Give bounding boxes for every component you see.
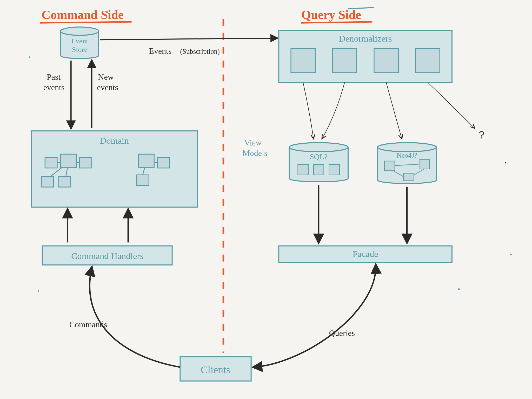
denormalizers-label: Denormalizers: [339, 34, 392, 43]
svg-point-17: [289, 143, 348, 152]
svg-rect-9: [58, 177, 70, 187]
speck: [29, 56, 30, 58]
denorm-item-4: [416, 49, 440, 73]
svg-rect-3: [45, 158, 57, 168]
label-view-1: View: [244, 138, 262, 147]
label-qmark: ?: [479, 129, 484, 141]
svg-rect-12: [138, 154, 154, 167]
svg-rect-14: [137, 175, 149, 185]
event-store-db: Event Store: [61, 27, 99, 58]
event-store-label-1: Event: [71, 37, 88, 45]
label-new-2: events: [97, 83, 118, 92]
facade-label: Facade: [353, 249, 378, 259]
command-handlers-label: Command Handlers: [71, 251, 143, 261]
speck: [505, 162, 506, 163]
svg-rect-18: [298, 164, 308, 175]
svg-point-21: [377, 143, 436, 152]
label-queries: Queries: [329, 328, 355, 338]
label-past-1: Past: [47, 72, 61, 82]
speck: [107, 11, 108, 13]
denormalizers-box: Denormalizers: [279, 30, 452, 82]
svg-rect-19: [314, 164, 324, 175]
svg-rect-23: [419, 159, 429, 169]
event-store-label-2: Store: [72, 45, 87, 54]
svg-rect-4: [61, 154, 76, 167]
sql-db: SQL?: [289, 143, 348, 182]
domain-label: Domain: [100, 136, 129, 145]
denorm-item-3: [374, 49, 398, 73]
clients-label: Clients: [201, 364, 230, 376]
label-events: Events: [149, 46, 171, 56]
neo4j-db: Neo4J?: [377, 143, 436, 183]
svg-rect-8: [42, 177, 54, 187]
domain-box: Domain: [31, 131, 197, 207]
denorm-item-2: [332, 49, 357, 73]
title-query-side: Query Side: [301, 8, 361, 22]
label-past-2: events: [43, 83, 65, 92]
label-subscription: (Subscription): [180, 48, 220, 55]
svg-point-0: [61, 27, 99, 35]
speck: [510, 254, 512, 256]
label-commands: Commands: [69, 320, 107, 329]
speck: [38, 290, 39, 291]
label-view-2: Models: [242, 148, 267, 158]
svg-rect-24: [403, 173, 414, 181]
title-command-side: Command Side: [42, 8, 124, 22]
svg-rect-13: [158, 158, 170, 168]
speck: [458, 288, 460, 290]
svg-rect-20: [329, 164, 340, 175]
label-new-1: New: [98, 72, 114, 82]
svg-rect-22: [384, 161, 395, 171]
svg-rect-5: [80, 158, 92, 168]
sql-label: SQL?: [310, 152, 327, 161]
neo4j-label: Neo4J?: [397, 151, 417, 159]
denorm-item-1: [291, 49, 315, 73]
